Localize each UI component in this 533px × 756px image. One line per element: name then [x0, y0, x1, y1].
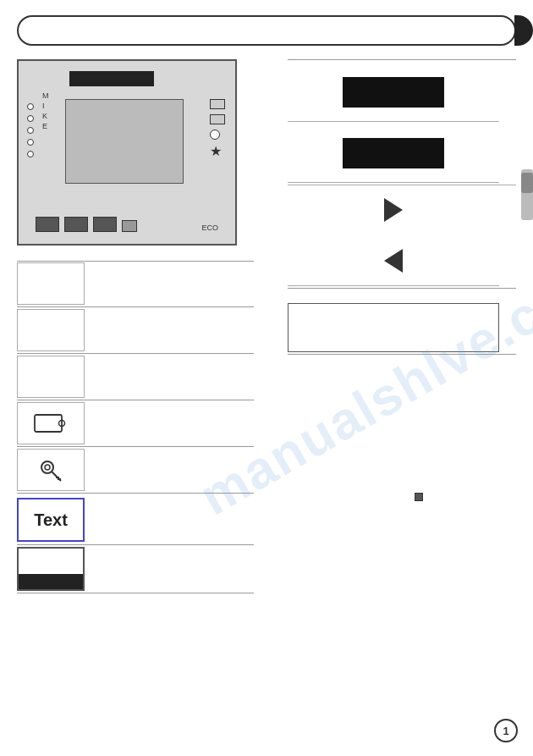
right-sep-bottom: [288, 354, 516, 355]
row-text-btn[interactable]: Text: [17, 498, 85, 542]
scrollbar-track[interactable]: [521, 169, 533, 220]
device-diagram: M I K E ★ ECO: [17, 59, 237, 246]
dot-5: [27, 151, 34, 157]
device-inner: M I K E ★ ECO: [19, 61, 235, 244]
device-block-3: [93, 217, 117, 232]
black-rect-2: [343, 138, 444, 168]
device-small-box-1: [210, 99, 225, 109]
page-number: 1: [494, 719, 518, 742]
device-block-1: [36, 217, 59, 232]
dot-4: [27, 139, 34, 146]
device-bottom-row: ECO: [36, 217, 218, 232]
row-tag: [17, 402, 85, 444]
svg-rect-0: [35, 415, 62, 432]
arrow-right-icon: [384, 198, 403, 222]
sep-8: [17, 593, 254, 593]
tag-icon: [34, 414, 68, 433]
small-square-icon: [415, 493, 423, 501]
row-key: [17, 449, 85, 491]
device-star-icon: ★: [210, 145, 225, 158]
svg-point-3: [45, 465, 50, 470]
right-sep-mid: [288, 288, 516, 289]
device-top-bar-strip: [69, 71, 154, 86]
dot-2: [27, 115, 34, 122]
wide-text-box: [288, 303, 499, 352]
right-row-1: [288, 63, 499, 122]
sep-7: [17, 544, 254, 545]
sep-5: [17, 446, 254, 447]
text-button[interactable]: Text: [17, 498, 85, 542]
device-small-box-2: [210, 114, 225, 124]
dot-3: [27, 127, 34, 134]
device-labels: M I K E: [42, 91, 49, 130]
device-left-dots: [27, 103, 34, 157]
device-right-elements: ★: [210, 99, 225, 158]
color-swatch-dark: [19, 574, 83, 589]
row-empty-box-3: [17, 356, 85, 398]
right-sep-arrows: [288, 185, 516, 185]
row-empty-box-1: [17, 262, 85, 305]
key-box: [17, 449, 85, 491]
top-bar: [17, 15, 516, 46]
small-square-container: [415, 493, 423, 501]
key-icon: [37, 456, 64, 483]
sep-6: [17, 493, 254, 494]
device-eco-label: ECO: [201, 223, 218, 232]
arrow-left-icon: [384, 249, 403, 273]
empty-box-1: [17, 262, 85, 305]
device-center-screen: [65, 99, 184, 184]
row-empty-box-2: [17, 309, 85, 351]
row-color-swatch: [17, 547, 85, 591]
right-sep-top: [288, 59, 516, 60]
device-block-light-1: [122, 220, 137, 232]
sep-2: [17, 306, 254, 307]
sep-3: [17, 353, 254, 354]
device-block-2: [64, 217, 88, 232]
scrollbar-thumb[interactable]: [521, 173, 533, 193]
color-swatch: [17, 547, 85, 591]
device-circle-1: [210, 130, 220, 140]
text-button-label: Text: [34, 510, 68, 530]
empty-box-3: [17, 356, 85, 398]
tag-box: [17, 402, 85, 444]
right-row-arrow-left: [288, 235, 499, 286]
sep-1: [17, 261, 254, 262]
right-row-arrow-right: [288, 185, 499, 235]
empty-box-2: [17, 309, 85, 351]
right-row-2: [288, 124, 499, 183]
svg-point-2: [41, 461, 53, 473]
sep-4: [17, 400, 254, 400]
dot-1: [27, 103, 34, 110]
black-rect-1: [343, 77, 444, 108]
top-bar-tab: [514, 15, 533, 46]
right-row-wide-text: [288, 303, 499, 352]
